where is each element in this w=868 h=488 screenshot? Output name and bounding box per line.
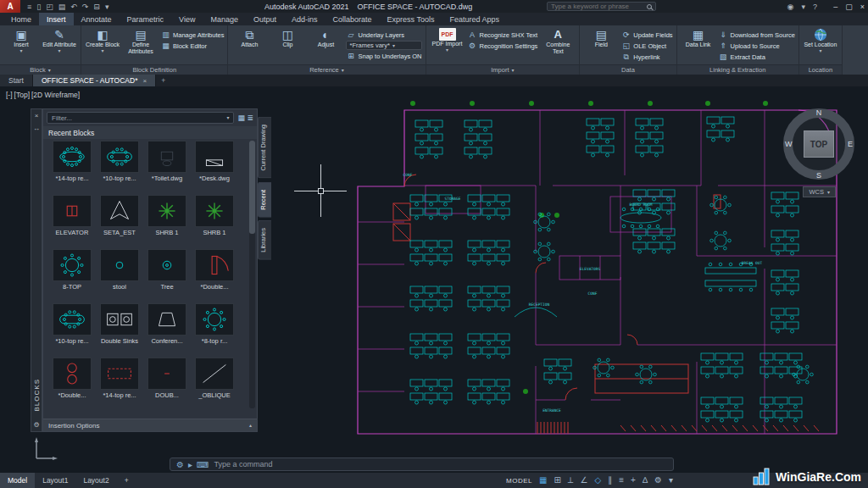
block-item[interactable]: *14-top re...	[96, 358, 143, 412]
block-item[interactable]: *Double...	[191, 249, 238, 303]
search-icon[interactable]	[647, 4, 652, 9]
palette-settings-icon[interactable]: ⚙	[33, 421, 39, 429]
extract-data-button[interactable]: ▧ Extract Data	[719, 52, 795, 62]
new-drawing-tab-button[interactable]: +	[156, 75, 170, 86]
block-item[interactable]: ELEVATOR	[48, 195, 96, 249]
block-item[interactable]: _OBLIQUE	[191, 358, 238, 412]
undo-icon[interactable]: ↶	[70, 3, 77, 11]
ribbon-tab-featured-apps[interactable]: Featured Apps	[442, 13, 507, 25]
define-attributes-button[interactable]: ▤ Define Attributes	[123, 27, 159, 56]
app-menu-icon[interactable]: ≡	[27, 3, 31, 11]
close-button[interactable]: ×	[860, 3, 865, 11]
snap-icon[interactable]: ⊞	[554, 475, 560, 485]
options-icon[interactable]: ≣	[247, 114, 253, 122]
edit-attribute-button[interactable]: ✎ Edit Attribute ▾	[42, 27, 77, 54]
ribbon-tab-home[interactable]: Home	[3, 13, 39, 25]
command-prompt-text[interactable]: Type a command	[214, 460, 272, 469]
compass-south[interactable]: S	[816, 171, 821, 180]
block-item[interactable]: stool	[96, 249, 143, 303]
grid-view-icon[interactable]: ▦	[237, 114, 247, 122]
notifications-icon[interactable]: ▾	[801, 3, 805, 11]
manage-attributes-button[interactable]: ▥ Manage Attributes	[161, 30, 224, 40]
viewport-menu-control[interactable]: [-]	[6, 91, 13, 99]
combine-text-button[interactable]: A Combine Text	[540, 27, 576, 56]
ribbon-tab-manage[interactable]: Manage	[203, 13, 246, 25]
recent-commands-icon[interactable]: ▸	[188, 460, 192, 469]
pdf-import-button[interactable]: PDF PDF Import ▾	[430, 27, 465, 53]
grid-icon[interactable]: ▦	[539, 475, 547, 485]
clip-button[interactable]: ◫ Clip	[270, 27, 305, 49]
block-item[interactable]: DOUB...	[143, 358, 191, 412]
block-item[interactable]: 8-TOP	[48, 249, 96, 303]
palette-tab-current-drawing[interactable]: Current Drawing	[258, 117, 271, 179]
autocad-app-menu-button[interactable]: A	[0, 0, 20, 13]
search-box[interactable]	[547, 2, 656, 11]
account-icon[interactable]: ◉	[787, 3, 794, 11]
autohide-icon[interactable]: ↔	[33, 125, 40, 132]
compass-north[interactable]: N	[816, 108, 822, 117]
panel-title-location[interactable]: Location	[799, 64, 842, 75]
block-item[interactable]: *8-top r...	[191, 303, 238, 358]
underlay-layers-button[interactable]: ▱ Underlay Layers	[346, 30, 421, 40]
block-item[interactable]: *10-top re...	[48, 303, 96, 358]
view-control[interactable]: [Top]	[14, 91, 30, 99]
settings-icon[interactable]: ⚙	[654, 475, 662, 485]
file-tab-start[interactable]: Start	[0, 75, 33, 86]
palette-scrollbar[interactable]	[249, 141, 255, 408]
hyperlink-button[interactable]: ⧉ Hyperlink	[621, 52, 672, 62]
panel-title-data[interactable]: Data	[580, 64, 676, 75]
recognition-settings-button[interactable]: ⚙ Recognition Settings	[468, 41, 538, 51]
block-item[interactable]: Double Sinks	[96, 303, 143, 358]
polar-icon[interactable]: ∠	[581, 475, 588, 485]
panel-title-import[interactable]: Import▾	[426, 64, 580, 75]
search-input[interactable]	[551, 3, 644, 10]
view-cube[interactable]: N E S W TOP	[783, 108, 854, 180]
close-palette-icon[interactable]: ×	[35, 112, 39, 119]
ribbon-tab-output[interactable]: Output	[246, 13, 284, 25]
redo-icon[interactable]: ↷	[82, 3, 89, 11]
snap-to-underlays-button[interactable]: ⊞ Snap to Underlays ON	[346, 51, 421, 61]
customize-icon[interactable]: ⚙	[176, 460, 184, 469]
update-fields-button[interactable]: ⟳ Update Fields	[621, 30, 672, 40]
layout-tab-layout1[interactable]: Layout1	[35, 473, 75, 488]
panel-title-block-definition[interactable]: Block Definition	[81, 64, 227, 75]
drawing-area[interactable]: [-][Top][2D Wireframe] STORAGEBOARD ROOM…	[0, 86, 868, 473]
block-item[interactable]: *Double...	[48, 358, 96, 412]
block-item[interactable]: Tree	[143, 249, 191, 303]
keyboard-icon[interactable]: ⌨	[197, 460, 209, 469]
compass-east[interactable]: E	[848, 140, 853, 148]
block-item[interactable]: *Desk.dwg	[191, 141, 238, 195]
recognize-shx-text-button[interactable]: A Recognize SHX Text	[468, 30, 538, 40]
visual-style-control[interactable]: [2D Wireframe]	[31, 91, 80, 99]
compass-west[interactable]: W	[785, 140, 793, 148]
command-line[interactable]: ⚙▸⌨ Type a command	[170, 458, 674, 471]
field-button[interactable]: ▤ Field	[583, 27, 619, 49]
annotation-scale-icon[interactable]: ∆	[643, 475, 648, 485]
panel-title-linking[interactable]: Linking & Extraction	[677, 64, 798, 75]
new-file-icon[interactable]: ▯	[36, 3, 41, 11]
block-item[interactable]: SETA_EST	[96, 195, 143, 249]
block-item[interactable]: SHRB 1	[143, 195, 191, 249]
maximize-button[interactable]: ▢	[845, 3, 853, 11]
dynamic-input-icon[interactable]: +	[631, 475, 636, 485]
new-layout-button[interactable]: +	[117, 473, 136, 488]
block-item[interactable]: *14-top re...	[48, 141, 96, 195]
panel-title-reference[interactable]: Reference▾	[228, 64, 425, 75]
model-space-indicator[interactable]: MODEL	[506, 477, 532, 485]
download-from-source-button[interactable]: ⇓ Download from Source	[719, 30, 795, 40]
open-file-icon[interactable]: ◰	[46, 3, 53, 11]
panel-title-block[interactable]: Block▾	[0, 64, 81, 75]
ribbon-tab-insert[interactable]: Insert	[39, 13, 74, 25]
minimize-button[interactable]: –	[833, 3, 837, 11]
block-item[interactable]: Conferen...	[143, 303, 191, 358]
palette-tab-libraries[interactable]: Libraries	[258, 220, 271, 260]
set-location-button[interactable]: Set Location ▾	[803, 27, 838, 54]
ribbon-tab-view[interactable]: View	[171, 13, 203, 25]
adjust-button[interactable]: ◐ Adjust	[308, 27, 343, 49]
frames-dropdown[interactable]: *Frames vary* ▾	[346, 41, 421, 50]
quick-access-dropdown-icon[interactable]: ▾	[105, 3, 109, 11]
wcs-dropdown[interactable]: WCS▾	[803, 186, 836, 197]
close-tab-icon[interactable]: ×	[142, 77, 147, 85]
plot-icon[interactable]: ⊟	[93, 3, 100, 11]
help-icon[interactable]: ?	[813, 3, 817, 11]
